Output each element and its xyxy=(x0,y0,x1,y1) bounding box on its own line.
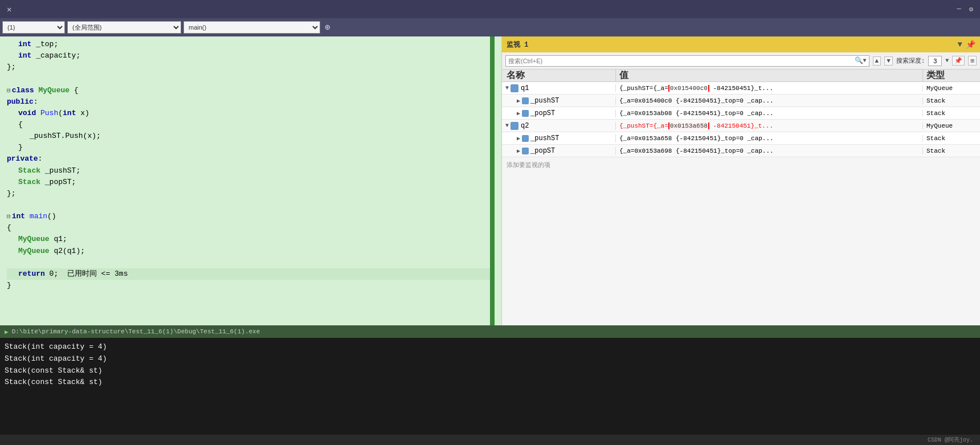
table-row: ▶ _popST {_a=0x0153ab08 {-842150451}_top… xyxy=(502,107,980,120)
code-line: { xyxy=(7,222,495,234)
name-q2-popST: _popST xyxy=(530,147,555,155)
green-sidebar xyxy=(490,36,495,325)
col-val-header: 值 xyxy=(616,70,923,81)
code-line: Stack _pushST; xyxy=(7,165,495,177)
footer: CSDN @阿亮joy. xyxy=(0,435,980,445)
code-line: }; xyxy=(7,188,495,199)
table-row: ▼ q1 {_pushST={_a=0x015400c0 -842150451}… xyxy=(502,82,980,95)
row-val-q2-popST: {_a=0x0153a698 {-842150451}_top=0 _cap..… xyxy=(616,148,923,154)
scope-dropdown-1[interactable]: (1) xyxy=(2,21,65,34)
min-btn[interactable]: — xyxy=(955,4,963,14)
code-line: ⊟class MyQueue { xyxy=(7,85,495,96)
watch-panel: 监视 1 ▼ 📌 🔍 ▼ ▲ ▼ 搜索深度: ▼ 📌 ⊞ 名称 值 类型 xyxy=(501,36,980,325)
add-watch-item[interactable]: 添加要监视的项 xyxy=(502,157,980,173)
watch-title-bar: 监视 1 ▼ 📌 xyxy=(502,36,980,52)
gear-btn[interactable]: ⚙ xyxy=(967,4,975,15)
depth-input[interactable] xyxy=(928,56,942,66)
code-line xyxy=(7,199,495,211)
name-popST: _popST xyxy=(530,109,555,117)
scope-dropdown-3[interactable]: main() xyxy=(183,21,320,34)
row-type-q2-popST: Stack xyxy=(923,148,980,154)
val-q2-suffix: -842150451}_t... xyxy=(709,123,773,129)
depth-label: 搜索深度: xyxy=(896,56,925,65)
watch-pin-btn[interactable]: ▼ xyxy=(958,40,962,49)
code-line: ⊟int main() xyxy=(7,211,495,222)
code-line: }; xyxy=(7,62,495,73)
row-name-q1-pushST: ▶ _pushST xyxy=(502,97,616,105)
code-line: MyQueue q2(q1); xyxy=(7,246,495,257)
footer-text: CSDN @阿亮joy. xyxy=(928,436,973,444)
row-type-q1: MyQueue xyxy=(923,85,980,92)
console-area[interactable]: Stack(int capacity = 4) Stack(int capaci… xyxy=(0,338,980,435)
row-name-q2: ▼ q2 xyxy=(502,122,616,130)
name-q1: q1 xyxy=(521,84,529,92)
watch-table: ▼ q1 {_pushST={_a=0x015400c0 -842150451}… xyxy=(502,82,980,325)
depth-dropdown[interactable]: ▼ xyxy=(945,58,949,64)
search-input[interactable] xyxy=(508,58,855,64)
row-type-q1-pushST: Stack xyxy=(923,97,980,104)
db-icon-q2-popST xyxy=(522,148,529,154)
up-arrow-btn[interactable]: ▲ xyxy=(873,56,881,66)
search-box[interactable]: 🔍 ▼ xyxy=(505,55,869,67)
row-val-q2: {_pushST={_a=0x0153a658 -842150451}_t... xyxy=(616,123,923,129)
search-icon: 🔍 xyxy=(855,56,863,65)
row-type-q2: MyQueue xyxy=(923,123,980,129)
row-type-q1-popST: Stack xyxy=(923,110,980,117)
db-icon-pushST xyxy=(522,97,529,104)
watch-unpin-btn[interactable]: 📌 xyxy=(966,40,975,50)
db-icon-q2 xyxy=(511,122,518,130)
table-row: ▶ _pushST {_a=0x0153a658 {-842150451}_to… xyxy=(502,132,980,145)
row-val-q1: {_pushST={_a=0x015400c0 -842150451}_t... xyxy=(616,85,923,92)
row-type-q2-pushST: Stack xyxy=(923,135,980,142)
expand-q1-popST[interactable]: ▶ xyxy=(517,110,520,117)
console-line-3: Stack(const Stack& st) xyxy=(5,365,975,377)
pin-btn[interactable]: 📌 xyxy=(952,56,965,66)
code-panel: int _top; int _capacity; }; ⊟class MyQue… xyxy=(0,36,501,325)
name-q2-pushST: _pushST xyxy=(530,134,559,142)
row-name-q2-popST: ▶ _popST xyxy=(502,147,616,155)
code-content[interactable]: int _top; int _capacity; }; ⊟class MyQue… xyxy=(0,36,501,325)
scope-dropdown-2[interactable]: (全局范围) xyxy=(67,21,181,34)
console-line-4: Stack(const Stack& st) xyxy=(5,377,975,389)
col-name-header: 名称 xyxy=(502,70,616,81)
plus-button[interactable]: ⊕ xyxy=(322,22,333,33)
collapse-btn[interactable]: ⊟ xyxy=(7,86,11,96)
val-q2-highlight: 0x0153a658 xyxy=(668,123,709,129)
dropdown-icon[interactable]: ▼ xyxy=(863,58,867,64)
code-line xyxy=(7,257,495,268)
expand-q1[interactable]: ▼ xyxy=(505,85,509,91)
code-line: } xyxy=(7,280,495,291)
expand-q1-pushST[interactable]: ▶ xyxy=(517,97,520,104)
expand-q2[interactable]: ▼ xyxy=(505,123,509,129)
db-icon-popST xyxy=(522,110,529,117)
code-line: { xyxy=(7,119,495,130)
console-icon: ▶ xyxy=(5,328,9,336)
collapse-btn[interactable]: ⊟ xyxy=(7,212,11,222)
val-q1-highlight: 0x015400c0 xyxy=(668,85,709,92)
close-btn[interactable]: ✕ xyxy=(5,3,14,15)
row-name-q1: ▼ q1 xyxy=(502,84,616,92)
expand-q2-pushST[interactable]: ▶ xyxy=(517,135,520,142)
current-line: return 0; 已用时间 <= 3ms xyxy=(7,268,495,280)
console-line-2: Stack(int capacity = 4) xyxy=(5,353,975,365)
name-q2: q2 xyxy=(521,122,529,130)
console-title: D:\bite\primary-data-structure\Test_11_6… xyxy=(12,328,260,335)
db-icon-q1 xyxy=(511,84,518,92)
grid-btn[interactable]: ⊞ xyxy=(968,56,977,66)
down-arrow-btn[interactable]: ▼ xyxy=(884,56,893,66)
bottom-section: ▶ D:\bite\primary-data-structure\Test_11… xyxy=(0,325,980,445)
row-name-q2-pushST: ▶ _pushST xyxy=(502,134,616,142)
name-pushST: _pushST xyxy=(530,97,559,105)
watch-table-header: 名称 值 类型 xyxy=(502,70,980,82)
table-row: ▶ _popST {_a=0x0153a698 {-842150451}_top… xyxy=(502,145,980,157)
expand-q2-popST[interactable]: ▶ xyxy=(517,148,520,154)
code-line: } xyxy=(7,142,495,153)
db-icon-q2-pushST xyxy=(522,135,529,142)
table-row: ▶ _pushST {_a=0x015400c0 {-842150451}_to… xyxy=(502,95,980,107)
dropdown-toolbar: (1) (全局范围) main() ⊕ xyxy=(0,18,980,36)
row-val-q2-pushST: {_a=0x0153a658 {-842150451}_top=0 _cap..… xyxy=(616,135,923,142)
row-val-q1-pushST: {_a=0x015400c0 {-842150451}_top=0 _cap..… xyxy=(616,97,923,104)
code-line xyxy=(7,73,495,84)
top-toolbar: ✕ — ⚙ xyxy=(0,0,980,18)
code-line: int _top; xyxy=(7,39,495,50)
